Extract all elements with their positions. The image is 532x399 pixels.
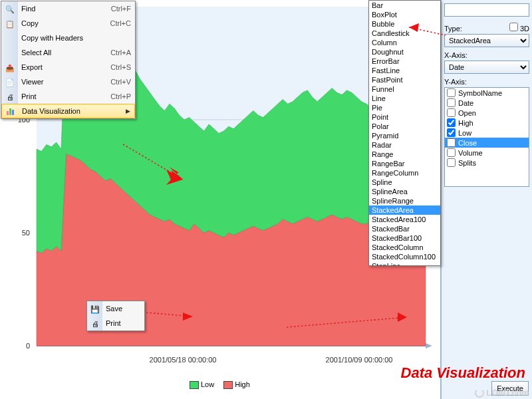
chart-context-menu[interactable]: SavePrint (86, 301, 145, 331)
chart-bars-icon (5, 106, 15, 116)
viewer-icon (5, 76, 15, 87)
blank-icon (5, 33, 15, 43)
yaxis-item-high[interactable]: High (445, 118, 529, 128)
yaxis-label-text: Close (458, 139, 477, 147)
menu-label: Find (21, 5, 111, 13)
menu-select-all[interactable]: Select AllCtrl+A (1, 45, 135, 60)
chart-type-pie[interactable]: Pie (369, 103, 440, 112)
yaxis-label: Y-Axis: (444, 78, 529, 86)
menu-label: Export (21, 63, 110, 71)
yaxis-checkbox-splits[interactable] (447, 158, 456, 167)
chart-type-splinearea[interactable]: SplineArea (369, 187, 440, 196)
xaxis-select[interactable]: Date (444, 61, 529, 74)
footer-brand-label: LO4D.com (486, 388, 529, 398)
yaxis-item-low[interactable]: Low (445, 128, 529, 138)
yaxis-checkbox-low[interactable] (447, 128, 456, 137)
menu-shortcut: Ctrl+S (110, 63, 131, 71)
chart-type-stackedbar[interactable]: StackedBar (369, 224, 440, 233)
menu-find[interactable]: FindCtrl+F (1, 1, 135, 16)
filter-input[interactable] (444, 3, 529, 17)
menu-shortcut: Ctrl+P (110, 92, 131, 100)
chart-type-stackedbar100[interactable]: StackedBar100 (369, 233, 440, 243)
yaxis-item-symbolname[interactable]: SymbolName (445, 88, 529, 98)
chart-type-stackedcolumn100[interactable]: StackedColumn100 (369, 252, 440, 261)
chart-type-stackedcolumn[interactable]: StackedColumn (369, 243, 440, 252)
chart-type-pyramid[interactable]: Pyramid (369, 131, 440, 140)
yaxis-checkbox-date[interactable] (447, 98, 456, 107)
print-icon (5, 91, 15, 102)
submenu-arrow-icon: ▶ (126, 108, 130, 114)
yaxis-label-text: Low (458, 129, 471, 137)
yaxis-item-date[interactable]: Date (445, 98, 529, 108)
chart-type-column[interactable]: Column (369, 38, 440, 47)
yaxis-checkbox-volume[interactable] (447, 148, 456, 157)
print-icon (90, 318, 100, 329)
chart-type-range[interactable]: Range (369, 150, 440, 159)
footer-brand: LO4D.com (475, 388, 529, 398)
menu-print[interactable]: PrintCtrl+P (1, 89, 135, 104)
copy-icon (5, 18, 15, 29)
context-menu[interactable]: FindCtrl+FCopyCtrl+CCopy with HeadersSel… (1, 1, 136, 119)
legend-low-label: Low (201, 380, 214, 388)
chart-menu-save[interactable]: Save (87, 301, 144, 316)
type-label: Type: (444, 25, 462, 33)
legend-high: High (223, 380, 250, 389)
chart-type-doughnut[interactable]: Doughnut (369, 47, 440, 57)
blank-icon (5, 47, 15, 58)
yaxis-label-text: Volume (458, 149, 483, 157)
chart-type-stepline[interactable]: StepLine (369, 261, 440, 266)
yaxis-label-text: Open (458, 109, 476, 117)
chart-menu-label: Save (106, 305, 122, 313)
side-panel: Type: 3D StackedArea X-Axis: Date Y-Axis… (441, 0, 532, 399)
type-select[interactable]: StackedArea (444, 34, 529, 47)
3d-toggle[interactable]: 3D (509, 23, 529, 33)
chart-menu-print[interactable]: Print (87, 316, 144, 331)
chart-type-point[interactable]: Point (369, 112, 440, 122)
x-axis-arrow (426, 343, 432, 348)
chart-type-spline[interactable]: Spline (369, 178, 440, 187)
menu-label: Print (21, 92, 110, 100)
yaxis-checkbox-symbolname[interactable] (447, 88, 456, 97)
yaxis-checkbox-open[interactable] (447, 108, 456, 117)
save-icon (90, 303, 100, 314)
chart-type-boxplot[interactable]: BoxPlot (369, 10, 440, 19)
chart-type-funnel[interactable]: Funnel (369, 84, 440, 94)
chart-type-line[interactable]: Line (369, 94, 440, 103)
yaxis-item-close[interactable]: Close (445, 138, 529, 148)
3d-checkbox[interactable] (509, 23, 518, 31)
spinner-icon (475, 388, 484, 398)
menu-viewer[interactable]: ViewerCtrl+V (1, 74, 135, 89)
yaxis-item-volume[interactable]: Volume (445, 148, 529, 158)
menu-label: Copy (21, 19, 110, 27)
menu-data-visualization[interactable]: Data Visualization▶ (1, 104, 135, 118)
yaxis-item-splits[interactable]: Splits (445, 158, 529, 168)
yaxis-checkbox-high[interactable] (447, 118, 456, 127)
legend: Low High (190, 380, 250, 389)
chart-type-errorbar[interactable]: ErrorBar (369, 57, 440, 66)
menu-export[interactable]: ExportCtrl+S (1, 60, 135, 74)
chart-type-fastpoint[interactable]: FastPoint (369, 75, 440, 84)
chart-type-polar[interactable]: Polar (369, 122, 440, 131)
chart-type-radar[interactable]: Radar (369, 140, 440, 150)
yaxis-checklist[interactable]: SymbolNameDateOpenHighLowCloseVolumeSpli… (444, 87, 529, 187)
ytick-50: 50 (22, 229, 30, 237)
chart-type-stackedarea100[interactable]: StackedArea100 (369, 215, 440, 224)
ytick-0: 0 (26, 342, 30, 350)
chart-type-rangebar[interactable]: RangeBar (369, 159, 440, 168)
chart-type-stackedarea[interactable]: StackedArea (369, 205, 440, 215)
chart-type-bar[interactable]: Bar (369, 1, 440, 10)
menu-copy-with-headers[interactable]: Copy with Headers (1, 31, 135, 45)
menu-copy[interactable]: CopyCtrl+C (1, 16, 135, 31)
yaxis-item-open[interactable]: Open (445, 108, 529, 118)
chart-type-candlestick[interactable]: Candlestick (369, 29, 440, 38)
export-icon (5, 62, 15, 72)
xaxis-label: X-Axis: (444, 51, 529, 59)
yaxis-label-text: Splits (458, 159, 476, 167)
3d-label: 3D (520, 25, 529, 33)
chart-type-fastline[interactable]: FastLine (369, 66, 440, 75)
chart-type-rangecolumn[interactable]: RangeColumn (369, 168, 440, 178)
chart-type-dropdown[interactable]: BarBoxPlotBubbleCandlestickColumnDoughnu… (368, 0, 441, 266)
yaxis-checkbox-close[interactable] (447, 138, 456, 147)
chart-type-splinerange[interactable]: SplineRange (369, 196, 440, 205)
chart-type-bubble[interactable]: Bubble (369, 19, 440, 29)
